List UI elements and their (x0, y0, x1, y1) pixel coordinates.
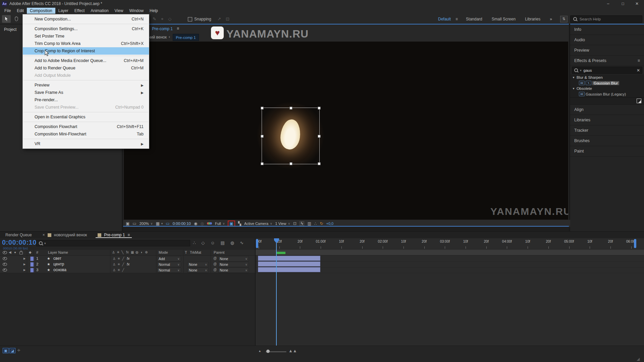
eye-icon[interactable] (3, 263, 7, 266)
expand-triangle-icon[interactable]: ▶ (23, 268, 25, 272)
flowchart-button-icon[interactable]: ∴ (314, 222, 317, 226)
workspace-settings-icon[interactable]: ⇅ (560, 16, 568, 22)
layer-name[interactable]: центр (53, 262, 64, 266)
resize-handle[interactable] (318, 107, 321, 110)
menu-layer[interactable]: Layer (55, 8, 71, 14)
collapse-triangle-icon[interactable]: ▼ (572, 76, 575, 79)
menu-view[interactable]: View (112, 8, 126, 14)
workspace-libraries[interactable]: Libraries (520, 17, 545, 21)
menu-item-trim-comp-to-work-area[interactable]: Trim Comp to Work AreaCtrl+Shift+X (23, 40, 149, 47)
menu-item-composition-flowchart[interactable]: Composition FlowchartCtrl+Shift+F11 (23, 123, 149, 130)
panel-tab-align[interactable]: Align (570, 105, 644, 115)
draft-3d-icon[interactable]: ◇ (201, 240, 205, 245)
timeline-tab-render-queue[interactable]: Render Queue (0, 232, 37, 238)
expand-triangle-icon[interactable]: ▶ (23, 263, 25, 266)
resize-handle[interactable] (318, 162, 321, 165)
menu-window[interactable]: Window (126, 8, 147, 14)
expand-triangle-icon[interactable]: ▶ (23, 257, 25, 260)
trkmat-dropdown[interactable]: None∨ (187, 262, 209, 267)
effects-switch-icon[interactable]: ✳ (117, 268, 120, 272)
parent-pickwhip-icon[interactable]: @ (213, 268, 217, 272)
quality-switch-icon[interactable]: ╱ (122, 262, 124, 266)
menu-animation[interactable]: Animation (88, 8, 111, 14)
mode-dropdown[interactable]: Normal∨ (157, 267, 181, 273)
anchor-switch-icon[interactable]: ♙ (113, 268, 116, 272)
panel-tab-brushes[interactable]: Brushes (570, 136, 644, 146)
layer-name[interactable]: основа (53, 267, 66, 272)
mode-dropdown[interactable]: Normal∨ (157, 262, 181, 267)
comp-mini-flowchart-icon[interactable]: ∴ (193, 240, 196, 245)
current-time-display[interactable]: 0:00:00:10 (2, 239, 37, 246)
panel-menu-icon[interactable]: ≡ (127, 233, 130, 237)
parent-pickwhip-icon[interactable]: @ (213, 256, 217, 260)
menu-item-composition-settings[interactable]: Composition Settings...Ctrl+K (23, 25, 149, 33)
region-of-interest-icon[interactable]: ▣ (229, 222, 233, 226)
composition-tab-name[interactable]: Pre-comp 1 (152, 26, 173, 31)
shy-layers-icon[interactable]: ☺ (210, 240, 215, 245)
effects-search-input[interactable]: ▾gaus✕ (572, 67, 642, 74)
anchor-switch-icon[interactable]: ♙ (113, 257, 116, 260)
layer-duration-bar[interactable] (258, 256, 320, 261)
menu-edit[interactable]: Edit (14, 8, 27, 14)
effects-group-blur-sharpen[interactable]: ▼Blur & Sharpen (570, 75, 644, 80)
expand-transfer-controls-icon[interactable]: ◪ (9, 348, 15, 353)
menu-effect[interactable]: Effect (71, 8, 88, 14)
layer-track-row[interactable] (256, 256, 644, 262)
layer-name[interactable]: свет (53, 256, 61, 261)
resolution-dropdown[interactable]: Full∨ (215, 222, 225, 226)
motion-blur-icon[interactable]: ◍ (230, 240, 234, 245)
resize-handle[interactable] (289, 107, 292, 110)
resize-grip-icon[interactable]: ◢ (637, 357, 640, 361)
panel-tab-effects-presets[interactable]: Effects & Presets≡ (570, 56, 644, 66)
layer-duration-bar[interactable] (258, 267, 320, 272)
layer-row-центр[interactable]: ▶2★центр♙✳╱fxNormal∨None∨@None∨ (0, 261, 256, 267)
effect-item-gaussian-blur[interactable]: 32ϟGaussian Blur (570, 80, 644, 86)
panel-tab-libraries[interactable]: Libraries (570, 115, 644, 125)
effects-switch-icon[interactable]: ✳ (117, 262, 120, 266)
timeline-tab-pre-comp-1[interactable]: Pre-comp 1≡ (92, 232, 135, 238)
selection-tool-button[interactable] (2, 15, 11, 23)
panel-tab-audio[interactable]: Audio (570, 35, 644, 45)
video-preview-monitor-icon[interactable]: ▭ (132, 222, 136, 226)
pixel-aspect-icon[interactable]: ⊡ (293, 222, 297, 226)
zoom-in-frames-icon[interactable]: ▲▲ (288, 348, 297, 353)
panel-tab-info[interactable]: Info (570, 24, 644, 35)
workspace-small-screen[interactable]: Small Screen (487, 17, 520, 21)
panel-tab-tracker[interactable]: Tracker (570, 125, 644, 136)
magnification-dropdown[interactable]: 200%∨ (140, 222, 153, 226)
timeline-zoom-knob[interactable] (266, 350, 270, 353)
trkmat-dropdown[interactable]: None∨ (187, 267, 209, 273)
menu-composition[interactable]: Composition (27, 8, 55, 14)
mode-dropdown[interactable]: Add∨ (157, 256, 181, 261)
panel-menu-icon[interactable]: ≡ (177, 26, 179, 31)
snapshot-camera-icon[interactable]: ◉ (194, 222, 197, 226)
grid-guides-icon[interactable]: ▦▾ (156, 222, 163, 226)
resize-handle[interactable] (318, 135, 321, 138)
quality-switch-icon[interactable]: ╱ (122, 257, 124, 260)
menu-item-add-to-render-queue[interactable]: Add to Render QueueCtrl+M (23, 64, 149, 72)
minimize-button[interactable]: – (601, 0, 615, 7)
project-panel-tab[interactable]: Project (4, 27, 16, 32)
menu-item-add-to-adobe-media-encoder-queue[interactable]: Add to Adobe Media Encoder Queue...Ctrl+… (23, 57, 149, 64)
help-search-input[interactable]: Search Help (570, 15, 642, 23)
effects-group-obsolete[interactable]: ▼Obsolete (570, 86, 644, 91)
eye-icon[interactable] (3, 268, 7, 272)
mask-visibility-icon[interactable]: ▭ (166, 222, 169, 226)
menu-file[interactable]: File (1, 8, 14, 14)
show-snapshot-icon[interactable]: ◎ (200, 222, 204, 226)
frame-blending-icon[interactable]: ▤ (221, 240, 225, 245)
expand-layer-switches-icon[interactable]: ▣ (3, 348, 9, 353)
close-tab-icon[interactable]: × (43, 233, 45, 237)
fast-previews-icon[interactable]: ϟ (300, 221, 304, 226)
zoom-out-frames-icon[interactable]: ▲ (258, 349, 261, 353)
layer-row-свет[interactable]: ▶1★свет♙✳╱fxAdd∨@None∨ (0, 256, 256, 262)
eye-icon[interactable] (3, 257, 7, 260)
parent-dropdown[interactable]: None∨ (218, 262, 249, 267)
workspace-menu-icon[interactable]: ≡ (455, 17, 458, 21)
menu-item-preview[interactable]: Preview▶ (23, 81, 149, 89)
quality-switch-icon[interactable]: ╱ (122, 268, 124, 272)
resize-handle[interactable] (261, 162, 264, 165)
collapse-triangle-icon[interactable]: ▼ (572, 87, 575, 90)
drag-corner-icon[interactable] (637, 99, 641, 103)
workspace-overflow-chevron[interactable]: » (545, 17, 557, 21)
